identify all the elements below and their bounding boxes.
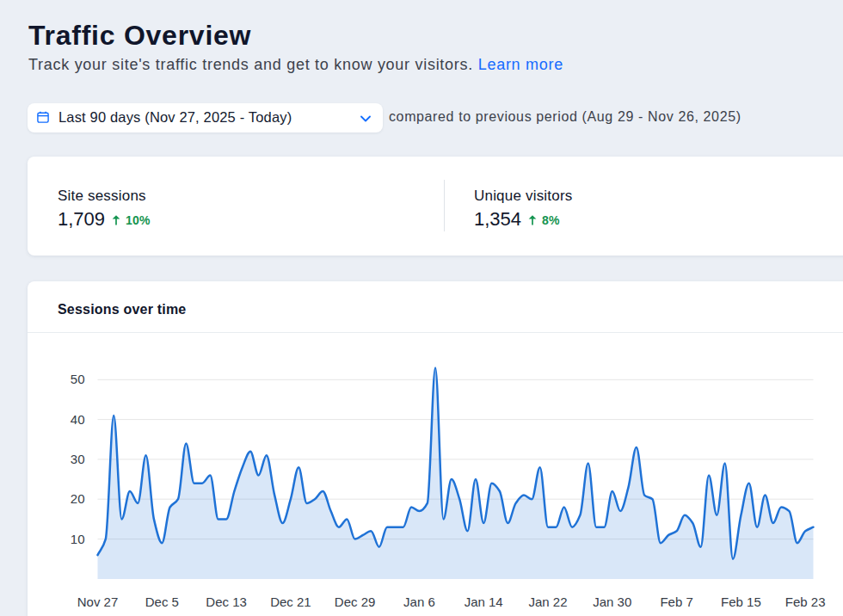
svg-text:Dec 5: Dec 5 xyxy=(145,594,179,609)
svg-text:30: 30 xyxy=(71,452,85,466)
svg-text:Feb 15: Feb 15 xyxy=(721,594,761,609)
svg-text:Jan 22: Jan 22 xyxy=(528,594,567,609)
svg-text:20: 20 xyxy=(71,491,85,506)
svg-text:Dec 21: Dec 21 xyxy=(270,594,311,609)
svg-text:Feb 23: Feb 23 xyxy=(785,594,826,609)
svg-text:Jan 30: Jan 30 xyxy=(593,594,631,609)
svg-text:Jan 6: Jan 6 xyxy=(403,594,435,609)
svg-text:50: 50 xyxy=(71,372,85,386)
svg-text:Jan 14: Jan 14 xyxy=(465,594,503,609)
svg-text:Nov 27: Nov 27 xyxy=(77,594,119,609)
svg-text:Feb 7: Feb 7 xyxy=(660,594,692,609)
svg-text:Dec 29: Dec 29 xyxy=(335,594,376,609)
svg-text:10: 10 xyxy=(71,532,85,546)
svg-text:Dec 13: Dec 13 xyxy=(206,594,247,609)
svg-text:40: 40 xyxy=(71,412,85,427)
